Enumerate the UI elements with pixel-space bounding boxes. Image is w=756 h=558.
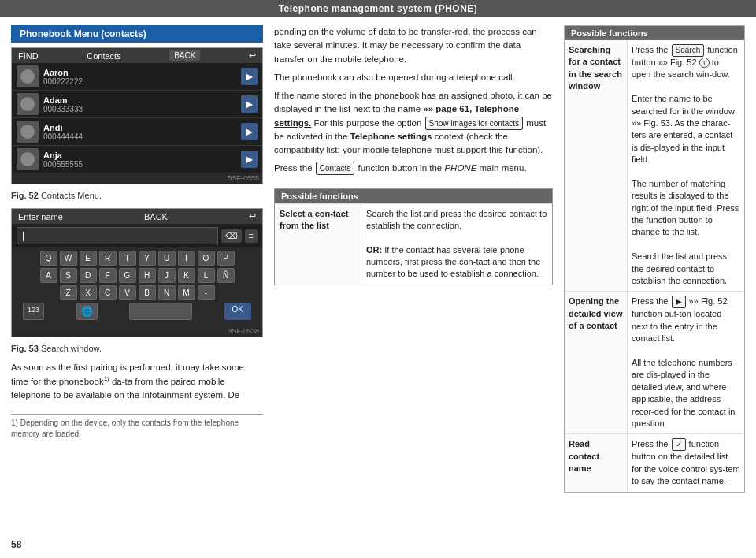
contact-arrow-aaron[interactable]: ▶ [241, 68, 258, 85]
key-x[interactable]: X [80, 285, 97, 300]
key-a[interactable]: A [40, 268, 57, 283]
header-title: Telephone management system (PHONE) [279, 3, 478, 14]
key-row-2: A S D F G H J K L Ñ [15, 268, 259, 283]
avatar-aaron [17, 65, 39, 87]
key-row-3: Z X C V B N M - [15, 285, 259, 300]
key-n-tilde[interactable]: Ñ [217, 268, 235, 283]
pf-row-read-name: Read contact name Press the ✓ function b… [565, 434, 744, 491]
key-r[interactable]: R [99, 251, 117, 266]
keyboard-grid: Q W E R T Y U I O P A S D [12, 247, 262, 326]
key-e[interactable]: E [80, 251, 97, 266]
right-column: Possible functions Searching for a conta… [564, 25, 745, 550]
key-s[interactable]: S [60, 268, 77, 283]
contacts-bsf: BSF-0555 [12, 173, 262, 184]
pf-row-select-contact: Select a con-tact from the list Search t… [275, 203, 552, 285]
possible-functions-table-right: Possible functions Searching for a conta… [564, 25, 745, 493]
key-j[interactable]: J [158, 268, 176, 283]
key-123[interactable]: 123 [23, 303, 44, 320]
avatar-anja [17, 148, 39, 170]
search-back-arrow-icon: ↩ [249, 211, 256, 221]
footnote: 1) Depending on the device, only the con… [11, 414, 263, 440]
search-input-row: | ⌫ ≡ [12, 224, 262, 247]
key-v[interactable]: V [119, 285, 136, 300]
contact-arrow-andi[interactable]: ▶ [241, 123, 258, 140]
key-row-1: Q W E R T Y U I O P [15, 251, 259, 266]
key-u[interactable]: U [158, 251, 176, 266]
contacts-ui: FIND Contacts BACK ↩ Aaron 000222222 [11, 47, 263, 184]
back-button[interactable]: BACK [169, 50, 200, 61]
key-y[interactable]: Y [139, 251, 156, 266]
possible-functions-header-mid: Possible functions [275, 189, 552, 203]
key-globe[interactable]: 🌐 [76, 303, 98, 320]
search-text-field[interactable]: | [17, 227, 218, 244]
search-bsf: BSF-0538 [12, 326, 262, 337]
back-arrow-icon: ↩ [249, 50, 256, 61]
pf-desc-detail: Press the ▶ »» Fig. 52 function but-ton … [628, 292, 744, 433]
left-column: Phonebook Menu (contacts) FIND Contacts … [11, 25, 263, 550]
pf-row-search: Searching for a contact in the search wi… [565, 40, 744, 292]
pf-desc-select: Search the list and press the desired co… [361, 204, 552, 285]
key-q[interactable]: Q [40, 251, 57, 266]
section-title: Phonebook Menu (contacts) [11, 25, 263, 43]
key-space[interactable] [129, 303, 192, 320]
key-o[interactable]: O [198, 251, 215, 266]
search-icons: ⌫ ≡ [221, 229, 258, 243]
page-number: 58 [11, 539, 21, 550]
key-n[interactable]: N [158, 285, 176, 300]
key-ok[interactable]: OK [224, 303, 251, 320]
search-back-button[interactable]: BACK [144, 212, 168, 221]
avatar-adam [17, 93, 39, 115]
contact-info-adam: Adam 000333333 [43, 95, 241, 113]
key-b[interactable]: B [139, 285, 156, 300]
body-text-left: As soon as the first pairing is performe… [11, 361, 263, 403]
body-text-middle: pending on the volume of data to be tran… [274, 25, 553, 176]
pf-label-select: Select a con-tact from the list [275, 204, 361, 285]
filter-icon[interactable]: ≡ [245, 229, 258, 243]
fig53-caption: Fig. 53 Search window. [11, 342, 263, 355]
contact-item-adam[interactable]: Adam 000333333 ▶ [12, 91, 262, 118]
key-w[interactable]: W [60, 251, 77, 266]
key-g[interactable]: G [119, 268, 136, 283]
key-k[interactable]: K [178, 268, 195, 283]
key-f[interactable]: F [99, 268, 117, 283]
search-topbar: Enter name BACK ↩ [12, 209, 262, 224]
key-m[interactable]: M [178, 285, 195, 300]
possible-functions-header-right: Possible functions [565, 26, 744, 40]
search-ui: Enter name BACK ↩ | ⌫ ≡ Q W E [11, 208, 263, 337]
key-c[interactable]: C [99, 285, 117, 300]
key-p[interactable]: P [217, 251, 235, 266]
avatar-andi [17, 121, 39, 143]
enter-name-label: Enter name [18, 212, 63, 221]
contact-list: Aaron 000222222 ▶ Adam 000333333 ▶ [12, 63, 262, 173]
contact-item-aaron[interactable]: Aaron 000222222 ▶ [12, 63, 262, 91]
contacts-label: Contacts [87, 51, 120, 61]
pf-label-search: Searching for a contact in the search wi… [565, 40, 628, 291]
possible-functions-table-mid: Possible functions Select a con-tact fro… [274, 188, 553, 285]
contacts-topbar: FIND Contacts BACK ↩ [12, 48, 262, 63]
middle-column: pending on the volume of data to be tran… [274, 25, 553, 550]
contact-item-anja[interactable]: Anja 000555555 ▶ [12, 146, 262, 173]
backspace-icon[interactable]: ⌫ [221, 229, 242, 243]
key-row-4: 123 🌐 OK [15, 303, 259, 320]
pf-desc-search: Press the Search function button »» Fig.… [628, 40, 744, 291]
pf-label-read-name: Read contact name [565, 434, 628, 491]
pf-row-detail: Opening the detailed view of a contact P… [565, 292, 744, 434]
contact-item-andi[interactable]: Andi 000444444 ▶ [12, 118, 262, 146]
key-t[interactable]: T [119, 251, 136, 266]
contact-info-anja: Anja 000555555 [43, 151, 241, 169]
pf-label-detail: Opening the detailed view of a contact [565, 292, 628, 433]
key-h[interactable]: H [139, 268, 156, 283]
key-d[interactable]: D [80, 268, 97, 283]
fig52-caption: Fig. 52 Contacts Menu. [11, 189, 263, 202]
contact-info-aaron: Aaron 000222222 [43, 68, 241, 86]
page-header: Telephone management system (PHONE) [0, 0, 756, 17]
contact-arrow-adam[interactable]: ▶ [241, 95, 258, 113]
pf-desc-read-name: Press the ✓ function button on the detai… [628, 434, 744, 491]
key-i[interactable]: I [178, 251, 195, 266]
key-l[interactable]: L [198, 268, 215, 283]
contact-info-andi: Andi 000444444 [43, 123, 241, 141]
key-dash[interactable]: - [198, 285, 215, 300]
contact-arrow-anja[interactable]: ▶ [241, 151, 258, 168]
key-z[interactable]: Z [60, 285, 77, 300]
find-label: FIND [18, 51, 39, 61]
